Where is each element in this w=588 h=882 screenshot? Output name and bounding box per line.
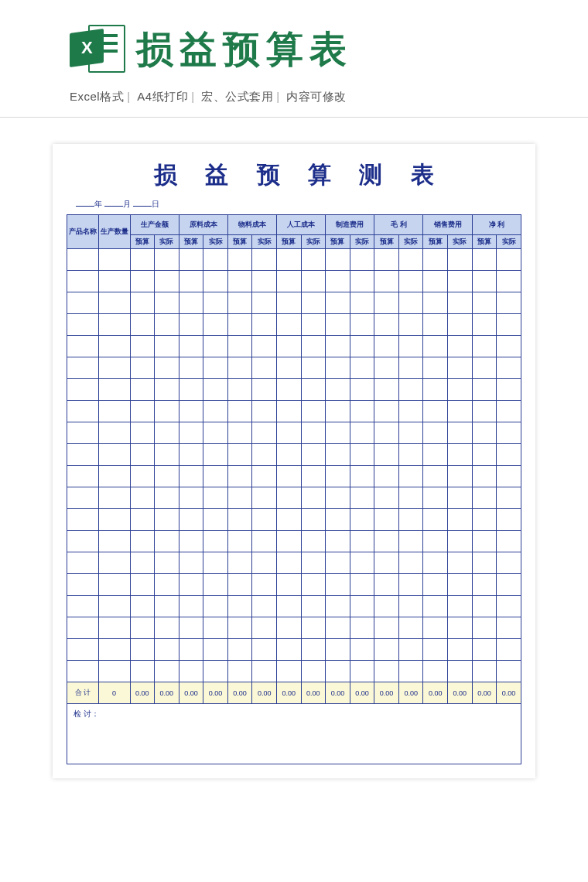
- table-cell[interactable]: [350, 314, 374, 336]
- table-cell[interactable]: [179, 271, 203, 292]
- table-cell[interactable]: [350, 336, 374, 357]
- table-cell[interactable]: [203, 422, 228, 444]
- table-cell[interactable]: [448, 314, 473, 336]
- table-cell[interactable]: [350, 444, 374, 466]
- table-cell[interactable]: [67, 357, 99, 379]
- table-cell[interactable]: [423, 379, 448, 401]
- table-cell[interactable]: [227, 531, 252, 552]
- table-cell[interactable]: [179, 574, 203, 596]
- table-cell[interactable]: [472, 661, 497, 682]
- table-cell[interactable]: [98, 531, 130, 552]
- table-cell[interactable]: [374, 271, 399, 292]
- table-cell[interactable]: [276, 596, 301, 617]
- table-cell[interactable]: [448, 574, 473, 596]
- table-cell[interactable]: [67, 314, 99, 336]
- table-cell[interactable]: [155, 661, 179, 682]
- table-cell[interactable]: [155, 314, 179, 336]
- table-cell[interactable]: [374, 422, 399, 444]
- table-cell[interactable]: [252, 314, 277, 336]
- table-cell[interactable]: [497, 531, 521, 552]
- table-cell[interactable]: [130, 292, 155, 314]
- table-cell[interactable]: [301, 401, 326, 422]
- table-cell[interactable]: [398, 661, 423, 682]
- table-cell[interactable]: [252, 661, 277, 682]
- table-cell[interactable]: [227, 401, 252, 422]
- table-cell[interactable]: [472, 357, 497, 379]
- table-cell[interactable]: [398, 509, 423, 531]
- table-cell[interactable]: [155, 509, 179, 531]
- table-cell[interactable]: [276, 292, 301, 314]
- table-cell[interactable]: [130, 552, 155, 574]
- table-cell[interactable]: [326, 661, 350, 682]
- table-cell[interactable]: [326, 487, 350, 509]
- table-cell[interactable]: [98, 552, 130, 574]
- table-cell[interactable]: [179, 292, 203, 314]
- table-cell[interactable]: [472, 249, 497, 271]
- table-cell[interactable]: [301, 509, 326, 531]
- table-cell[interactable]: [350, 292, 374, 314]
- table-cell[interactable]: [423, 401, 448, 422]
- table-cell[interactable]: [301, 531, 326, 552]
- table-cell[interactable]: [203, 444, 228, 466]
- table-cell[interactable]: [227, 271, 252, 292]
- table-cell[interactable]: [67, 487, 99, 509]
- table-cell[interactable]: [301, 249, 326, 271]
- table-cell[interactable]: [98, 401, 130, 422]
- table-cell[interactable]: [398, 249, 423, 271]
- table-cell[interactable]: [326, 552, 350, 574]
- table-cell[interactable]: [350, 617, 374, 639]
- table-cell[interactable]: [130, 531, 155, 552]
- table-cell[interactable]: [326, 379, 350, 401]
- table-cell[interactable]: [448, 617, 473, 639]
- table-cell[interactable]: [98, 444, 130, 466]
- table-cell[interactable]: [326, 466, 350, 487]
- table-cell[interactable]: [423, 639, 448, 661]
- table-cell[interactable]: [227, 487, 252, 509]
- table-cell[interactable]: [252, 249, 277, 271]
- table-cell[interactable]: [98, 596, 130, 617]
- table-cell[interactable]: [448, 357, 473, 379]
- table-cell[interactable]: [398, 617, 423, 639]
- table-cell[interactable]: [155, 379, 179, 401]
- table-cell[interactable]: [374, 292, 399, 314]
- table-cell[interactable]: [252, 379, 277, 401]
- table-cell[interactable]: [130, 509, 155, 531]
- table-cell[interactable]: [67, 444, 99, 466]
- table-cell[interactable]: [179, 401, 203, 422]
- table-cell[interactable]: [203, 552, 228, 574]
- table-cell[interactable]: [448, 509, 473, 531]
- table-cell[interactable]: [252, 422, 277, 444]
- table-cell[interactable]: [423, 466, 448, 487]
- table-cell[interactable]: [350, 401, 374, 422]
- table-cell[interactable]: [374, 596, 399, 617]
- table-cell[interactable]: [252, 552, 277, 574]
- table-cell[interactable]: [423, 292, 448, 314]
- table-cell[interactable]: [497, 487, 521, 509]
- table-cell[interactable]: [497, 661, 521, 682]
- table-cell[interactable]: [155, 249, 179, 271]
- table-cell[interactable]: [67, 379, 99, 401]
- table-cell[interactable]: [497, 552, 521, 574]
- table-cell[interactable]: [350, 466, 374, 487]
- table-cell[interactable]: [252, 509, 277, 531]
- table-cell[interactable]: [472, 444, 497, 466]
- table-cell[interactable]: [98, 617, 130, 639]
- table-cell[interactable]: [350, 379, 374, 401]
- table-cell[interactable]: [350, 487, 374, 509]
- table-cell[interactable]: [252, 271, 277, 292]
- table-cell[interactable]: [301, 574, 326, 596]
- table-cell[interactable]: [227, 336, 252, 357]
- table-cell[interactable]: [448, 596, 473, 617]
- table-cell[interactable]: [448, 639, 473, 661]
- table-cell[interactable]: [398, 401, 423, 422]
- table-cell[interactable]: [472, 292, 497, 314]
- table-cell[interactable]: [374, 444, 399, 466]
- table-cell[interactable]: [423, 336, 448, 357]
- table-cell[interactable]: [472, 271, 497, 292]
- table-cell[interactable]: [155, 639, 179, 661]
- table-cell[interactable]: [374, 379, 399, 401]
- table-cell[interactable]: [301, 617, 326, 639]
- table-cell[interactable]: [301, 379, 326, 401]
- table-cell[interactable]: [130, 379, 155, 401]
- table-cell[interactable]: [497, 357, 521, 379]
